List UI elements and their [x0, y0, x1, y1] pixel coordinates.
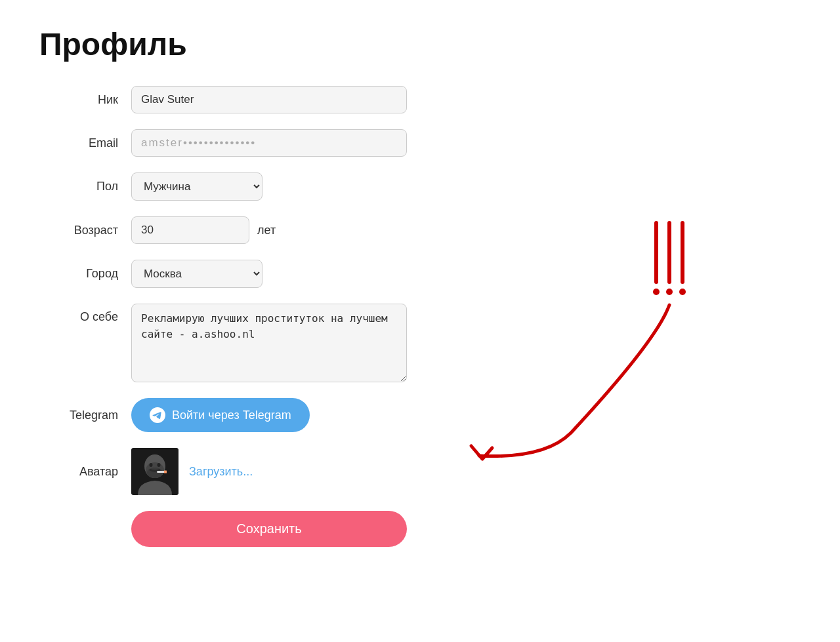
svg-point-3: [150, 463, 153, 467]
age-row: Возраст лет: [39, 216, 499, 244]
about-row: О себе Рекламирую лучших проституток на …: [39, 304, 499, 382]
svg-point-12: [666, 289, 673, 295]
nick-input[interactable]: [131, 86, 407, 113]
about-label: О себе: [39, 304, 131, 324]
avatar-image: [131, 448, 178, 495]
svg-point-13: [679, 289, 686, 295]
city-row: Город Москва Санкт-Петербург Другой: [39, 260, 499, 288]
telegram-row: Telegram Войти через Telegram: [39, 398, 499, 432]
about-textarea[interactable]: Рекламирую лучших проституток на лучшем …: [131, 304, 407, 382]
svg-rect-7: [164, 471, 167, 473]
avatar-row: Аватар: [39, 448, 499, 495]
profile-form: Ник Email Пол Мужчина Женщина Возраст ле…: [39, 86, 499, 547]
svg-point-11: [653, 289, 660, 295]
svg-point-4: [158, 463, 161, 467]
nick-label: Ник: [39, 93, 131, 107]
city-select[interactable]: Москва Санкт-Петербург Другой: [131, 260, 262, 288]
avatar-label: Аватар: [39, 465, 131, 479]
gender-label: Пол: [39, 180, 131, 193]
avatar-svg: [131, 448, 178, 495]
city-label: Город: [39, 267, 131, 281]
age-input[interactable]: [131, 216, 249, 244]
telegram-login-button[interactable]: Войти через Telegram: [131, 398, 310, 432]
save-button[interactable]: Сохранить: [131, 511, 407, 547]
gender-select[interactable]: Мужчина Женщина: [131, 172, 262, 201]
telegram-label: Telegram: [39, 409, 131, 422]
upload-avatar-link[interactable]: Загрузить...: [189, 465, 253, 479]
nick-row: Ник: [39, 86, 499, 113]
telegram-btn-label: Войти через Telegram: [172, 409, 291, 422]
gender-row: Пол Мужчина Женщина: [39, 172, 499, 201]
email-row: Email: [39, 129, 499, 157]
email-label: Email: [39, 136, 131, 150]
page-title: Профиль: [39, 26, 801, 62]
telegram-icon: [150, 407, 165, 423]
age-suffix: лет: [257, 224, 276, 237]
email-input[interactable]: [131, 129, 407, 157]
age-label: Возраст: [39, 224, 131, 237]
avatar-section: Загрузить...: [131, 448, 253, 495]
